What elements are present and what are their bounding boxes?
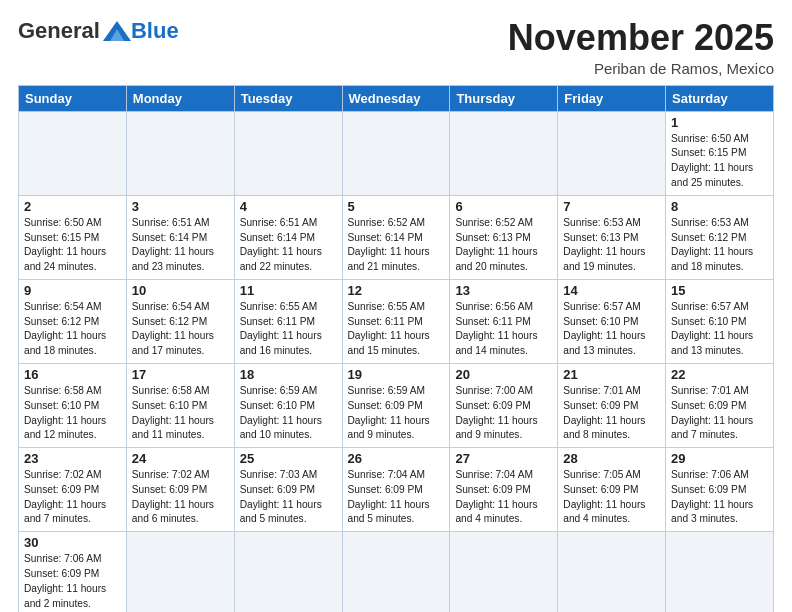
day-info: Sunrise: 6:56 AM Sunset: 6:11 PM Dayligh… [455, 300, 552, 359]
day-info: Sunrise: 6:58 AM Sunset: 6:10 PM Dayligh… [132, 384, 229, 443]
calendar-cell: 4Sunrise: 6:51 AM Sunset: 6:14 PM Daylig… [234, 195, 342, 279]
calendar-cell: 2Sunrise: 6:50 AM Sunset: 6:15 PM Daylig… [19, 195, 127, 279]
calendar-cell: 9Sunrise: 6:54 AM Sunset: 6:12 PM Daylig… [19, 279, 127, 363]
day-number: 21 [563, 367, 660, 382]
day-number: 3 [132, 199, 229, 214]
day-info: Sunrise: 6:59 AM Sunset: 6:10 PM Dayligh… [240, 384, 337, 443]
day-number: 8 [671, 199, 768, 214]
calendar-cell [234, 111, 342, 195]
logo-icon [103, 21, 131, 41]
day-number: 26 [348, 451, 445, 466]
day-number: 4 [240, 199, 337, 214]
calendar-cell: 7Sunrise: 6:53 AM Sunset: 6:13 PM Daylig… [558, 195, 666, 279]
calendar-cell: 3Sunrise: 6:51 AM Sunset: 6:14 PM Daylig… [126, 195, 234, 279]
week-row: 2Sunrise: 6:50 AM Sunset: 6:15 PM Daylig… [19, 195, 774, 279]
day-info: Sunrise: 6:55 AM Sunset: 6:11 PM Dayligh… [348, 300, 445, 359]
calendar-cell: 30Sunrise: 7:06 AM Sunset: 6:09 PM Dayli… [19, 532, 127, 612]
weekday-header: Wednesday [342, 85, 450, 111]
day-number: 27 [455, 451, 552, 466]
day-number: 23 [24, 451, 121, 466]
calendar-cell: 20Sunrise: 7:00 AM Sunset: 6:09 PM Dayli… [450, 363, 558, 447]
day-number: 7 [563, 199, 660, 214]
calendar-cell: 25Sunrise: 7:03 AM Sunset: 6:09 PM Dayli… [234, 448, 342, 532]
day-number: 19 [348, 367, 445, 382]
day-number: 18 [240, 367, 337, 382]
weekday-header: Monday [126, 85, 234, 111]
location: Periban de Ramos, Mexico [508, 60, 774, 77]
calendar-cell [558, 111, 666, 195]
day-number: 16 [24, 367, 121, 382]
day-number: 24 [132, 451, 229, 466]
calendar-cell [19, 111, 127, 195]
calendar-cell [126, 532, 234, 612]
logo-general: General [18, 18, 100, 44]
calendar-cell [558, 532, 666, 612]
day-number: 9 [24, 283, 121, 298]
calendar-cell: 10Sunrise: 6:54 AM Sunset: 6:12 PM Dayli… [126, 279, 234, 363]
day-number: 2 [24, 199, 121, 214]
calendar-cell: 27Sunrise: 7:04 AM Sunset: 6:09 PM Dayli… [450, 448, 558, 532]
day-info: Sunrise: 6:50 AM Sunset: 6:15 PM Dayligh… [24, 216, 121, 275]
week-row: 23Sunrise: 7:02 AM Sunset: 6:09 PM Dayli… [19, 448, 774, 532]
calendar-cell: 5Sunrise: 6:52 AM Sunset: 6:14 PM Daylig… [342, 195, 450, 279]
day-info: Sunrise: 7:05 AM Sunset: 6:09 PM Dayligh… [563, 468, 660, 527]
day-info: Sunrise: 6:53 AM Sunset: 6:13 PM Dayligh… [563, 216, 660, 275]
weekday-header-row: SundayMondayTuesdayWednesdayThursdayFrid… [19, 85, 774, 111]
day-number: 20 [455, 367, 552, 382]
day-info: Sunrise: 6:51 AM Sunset: 6:14 PM Dayligh… [132, 216, 229, 275]
day-info: Sunrise: 7:01 AM Sunset: 6:09 PM Dayligh… [563, 384, 660, 443]
day-info: Sunrise: 6:57 AM Sunset: 6:10 PM Dayligh… [671, 300, 768, 359]
calendar-cell: 8Sunrise: 6:53 AM Sunset: 6:12 PM Daylig… [666, 195, 774, 279]
calendar-cell: 11Sunrise: 6:55 AM Sunset: 6:11 PM Dayli… [234, 279, 342, 363]
week-row: 9Sunrise: 6:54 AM Sunset: 6:12 PM Daylig… [19, 279, 774, 363]
day-info: Sunrise: 6:59 AM Sunset: 6:09 PM Dayligh… [348, 384, 445, 443]
day-info: Sunrise: 7:06 AM Sunset: 6:09 PM Dayligh… [24, 552, 121, 611]
calendar-cell: 16Sunrise: 6:58 AM Sunset: 6:10 PM Dayli… [19, 363, 127, 447]
day-number: 25 [240, 451, 337, 466]
calendar-cell: 12Sunrise: 6:55 AM Sunset: 6:11 PM Dayli… [342, 279, 450, 363]
weekday-header: Thursday [450, 85, 558, 111]
week-row: 1Sunrise: 6:50 AM Sunset: 6:15 PM Daylig… [19, 111, 774, 195]
day-number: 5 [348, 199, 445, 214]
title-block: November 2025 Periban de Ramos, Mexico [508, 18, 774, 77]
day-number: 11 [240, 283, 337, 298]
day-number: 12 [348, 283, 445, 298]
day-number: 10 [132, 283, 229, 298]
day-number: 22 [671, 367, 768, 382]
day-info: Sunrise: 7:04 AM Sunset: 6:09 PM Dayligh… [455, 468, 552, 527]
calendar-cell: 13Sunrise: 6:56 AM Sunset: 6:11 PM Dayli… [450, 279, 558, 363]
logo-blue: Blue [131, 18, 179, 44]
day-number: 30 [24, 535, 121, 550]
day-number: 6 [455, 199, 552, 214]
week-row: 16Sunrise: 6:58 AM Sunset: 6:10 PM Dayli… [19, 363, 774, 447]
day-info: Sunrise: 7:06 AM Sunset: 6:09 PM Dayligh… [671, 468, 768, 527]
day-info: Sunrise: 7:02 AM Sunset: 6:09 PM Dayligh… [24, 468, 121, 527]
week-row: 30Sunrise: 7:06 AM Sunset: 6:09 PM Dayli… [19, 532, 774, 612]
day-info: Sunrise: 7:00 AM Sunset: 6:09 PM Dayligh… [455, 384, 552, 443]
day-number: 14 [563, 283, 660, 298]
calendar-cell [342, 532, 450, 612]
logo: General Blue [18, 18, 179, 44]
calendar-cell [126, 111, 234, 195]
calendar-cell: 15Sunrise: 6:57 AM Sunset: 6:10 PM Dayli… [666, 279, 774, 363]
calendar-cell: 29Sunrise: 7:06 AM Sunset: 6:09 PM Dayli… [666, 448, 774, 532]
calendar-cell [450, 111, 558, 195]
day-number: 1 [671, 115, 768, 130]
day-info: Sunrise: 7:03 AM Sunset: 6:09 PM Dayligh… [240, 468, 337, 527]
day-number: 17 [132, 367, 229, 382]
day-number: 15 [671, 283, 768, 298]
day-info: Sunrise: 6:57 AM Sunset: 6:10 PM Dayligh… [563, 300, 660, 359]
calendar-cell: 14Sunrise: 6:57 AM Sunset: 6:10 PM Dayli… [558, 279, 666, 363]
day-info: Sunrise: 6:51 AM Sunset: 6:14 PM Dayligh… [240, 216, 337, 275]
calendar-cell: 21Sunrise: 7:01 AM Sunset: 6:09 PM Dayli… [558, 363, 666, 447]
calendar-cell: 28Sunrise: 7:05 AM Sunset: 6:09 PM Dayli… [558, 448, 666, 532]
calendar-cell [342, 111, 450, 195]
calendar-cell: 22Sunrise: 7:01 AM Sunset: 6:09 PM Dayli… [666, 363, 774, 447]
calendar-cell: 17Sunrise: 6:58 AM Sunset: 6:10 PM Dayli… [126, 363, 234, 447]
day-info: Sunrise: 6:52 AM Sunset: 6:14 PM Dayligh… [348, 216, 445, 275]
calendar-cell [450, 532, 558, 612]
day-info: Sunrise: 7:04 AM Sunset: 6:09 PM Dayligh… [348, 468, 445, 527]
day-info: Sunrise: 7:01 AM Sunset: 6:09 PM Dayligh… [671, 384, 768, 443]
calendar-cell: 1Sunrise: 6:50 AM Sunset: 6:15 PM Daylig… [666, 111, 774, 195]
weekday-header: Tuesday [234, 85, 342, 111]
